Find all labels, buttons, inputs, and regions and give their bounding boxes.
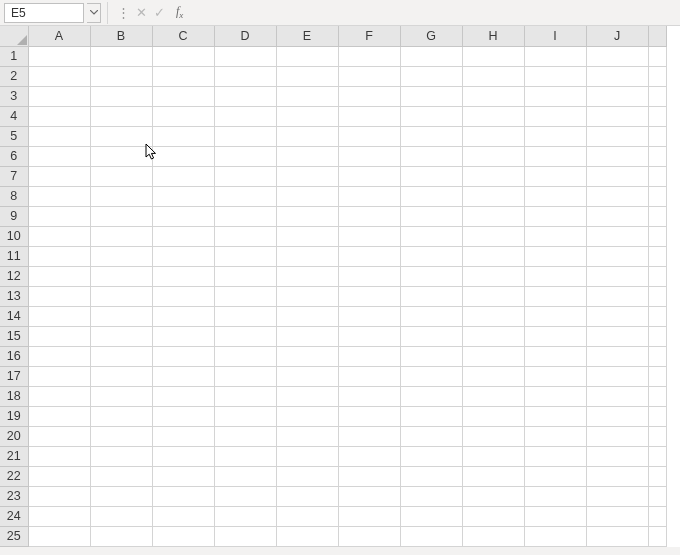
cell[interactable] [648,486,666,506]
cell[interactable] [90,66,152,86]
cell[interactable] [648,46,666,66]
cell[interactable] [90,326,152,346]
cell[interactable] [524,326,586,346]
cell[interactable] [338,326,400,346]
cell[interactable] [338,466,400,486]
cell[interactable] [400,386,462,406]
cell[interactable] [276,286,338,306]
cell[interactable] [586,306,648,326]
cell[interactable] [462,66,524,86]
cell[interactable] [338,86,400,106]
cell[interactable] [524,246,586,266]
cell[interactable] [586,246,648,266]
cell[interactable] [462,226,524,246]
cell[interactable] [276,406,338,426]
cell[interactable] [586,126,648,146]
cell[interactable] [214,186,276,206]
cell[interactable] [152,106,214,126]
cell[interactable] [400,226,462,246]
row-header[interactable]: 2 [0,66,28,86]
cell[interactable] [648,166,666,186]
cell[interactable] [338,486,400,506]
cell[interactable] [586,186,648,206]
cell[interactable] [214,366,276,386]
cell[interactable] [586,266,648,286]
cell[interactable] [586,286,648,306]
cell[interactable] [400,366,462,386]
cell[interactable] [338,386,400,406]
row-header[interactable]: 9 [0,206,28,226]
cell[interactable] [28,246,90,266]
cell[interactable] [648,106,666,126]
row-header[interactable]: 13 [0,286,28,306]
cell[interactable] [214,406,276,426]
cell[interactable] [648,346,666,366]
cell[interactable] [648,306,666,326]
cell[interactable] [400,86,462,106]
row-header[interactable]: 1 [0,46,28,66]
cell[interactable] [276,146,338,166]
cell[interactable] [276,246,338,266]
cell[interactable] [338,46,400,66]
cell[interactable] [214,246,276,266]
cell[interactable] [524,526,586,546]
cell[interactable] [524,166,586,186]
cell[interactable] [152,286,214,306]
cell[interactable] [586,86,648,106]
cell[interactable] [276,106,338,126]
cell[interactable] [90,426,152,446]
row-header[interactable]: 4 [0,106,28,126]
cell[interactable] [648,506,666,526]
cell[interactable] [648,266,666,286]
cell[interactable] [338,246,400,266]
cell[interactable] [152,126,214,146]
cell[interactable] [586,366,648,386]
cell[interactable] [28,266,90,286]
cell[interactable] [28,426,90,446]
cell[interactable] [524,226,586,246]
cell[interactable] [462,286,524,306]
cell[interactable] [214,86,276,106]
cell[interactable] [90,206,152,226]
formula-more-button[interactable]: ⋮ [114,3,132,23]
cell[interactable] [152,46,214,66]
cell[interactable] [276,126,338,146]
row-header[interactable]: 20 [0,426,28,446]
cell[interactable] [462,466,524,486]
row-header[interactable]: 3 [0,86,28,106]
cell[interactable] [90,226,152,246]
cell[interactable] [462,186,524,206]
column-header[interactable]: G [400,26,462,46]
cell[interactable] [276,186,338,206]
cell[interactable] [90,126,152,146]
cell[interactable] [648,146,666,166]
cell[interactable] [338,446,400,466]
cell[interactable] [214,426,276,446]
cell[interactable] [276,446,338,466]
row-header[interactable]: 14 [0,306,28,326]
cell[interactable] [462,446,524,466]
cell[interactable] [586,66,648,86]
cell[interactable] [214,346,276,366]
cell[interactable] [28,526,90,546]
cell[interactable] [214,486,276,506]
cell[interactable] [338,106,400,126]
cell[interactable] [586,226,648,246]
cell[interactable] [28,306,90,326]
cell[interactable] [90,406,152,426]
cell[interactable] [400,166,462,186]
cell[interactable] [648,406,666,426]
cell[interactable] [462,166,524,186]
cell[interactable] [586,146,648,166]
cell[interactable] [28,226,90,246]
cell[interactable] [462,146,524,166]
cell[interactable] [648,246,666,266]
cell[interactable] [400,146,462,166]
cell[interactable] [400,246,462,266]
cell[interactable] [338,266,400,286]
cell[interactable] [214,226,276,246]
cell[interactable] [400,286,462,306]
cell[interactable] [90,466,152,486]
cell[interactable] [400,126,462,146]
cell[interactable] [400,106,462,126]
